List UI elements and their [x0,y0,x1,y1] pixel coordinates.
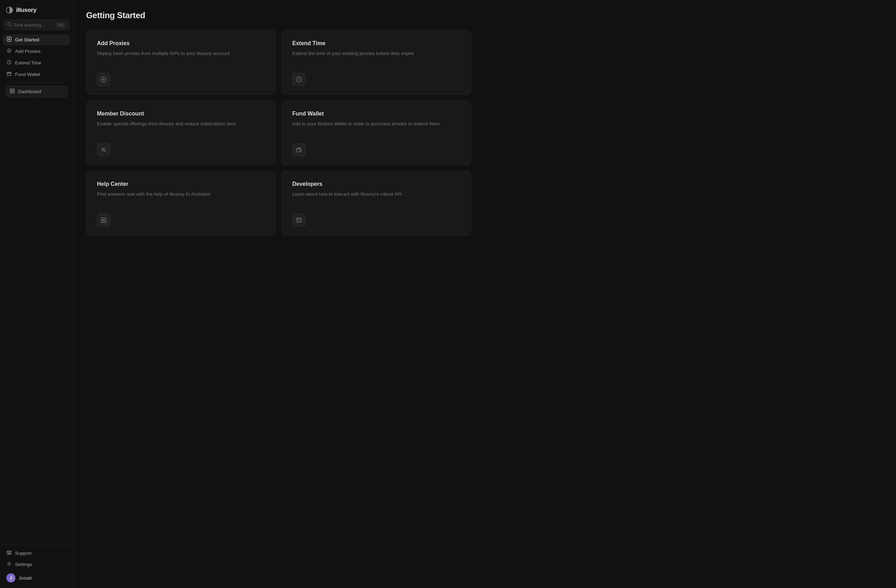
settings-icon [6,561,12,567]
add-proxies-card-icon [97,73,110,86]
search-placeholder: Find anything... [14,23,54,27]
sidebar-item-get-started[interactable]: Get Started [3,34,70,45]
extend-time-card-icon [292,73,306,86]
card-help-center-desc: Find answers now with the help of Illuso… [97,191,265,198]
card-extend-time-desc: Extend the time of your existing proxies… [292,50,460,57]
svg-point-13 [8,563,10,565]
sidebar: illusory Find anything... ⌘K Get Started [0,0,73,588]
card-developers[interactable]: Developers Learn about how to interact w… [281,171,471,236]
sidebar-item-extend-time[interactable]: Extend Time [3,57,70,68]
fund-wallet-nav-label: Fund Wallet [15,72,40,77]
get-started-icon [6,37,12,43]
card-member-discount-title: Member Discount [97,111,265,117]
search-icon [8,22,12,27]
svg-rect-11 [12,91,14,93]
support-label: Support [15,551,32,556]
card-developers-desc: Learn about how to interact with Illusor… [292,191,460,198]
settings-label: Settings [15,562,32,567]
card-add-proxies-title: Add Proxies [97,40,265,47]
avatar: J [6,573,15,582]
sidebar-item-fund-wallet[interactable]: Fund Wallet [3,69,70,80]
svg-point-23 [297,218,298,219]
add-proxies-icon [6,48,12,54]
dashboard-label: Dashboard [18,89,41,94]
card-add-proxies-desc: Deploy fresh proxies from multiple ISPs … [97,50,265,57]
app-logo[interactable]: illusory [0,0,73,18]
card-extend-time-title: Extend Time [292,40,460,47]
user-profile[interactable]: J Josiah [3,571,70,585]
card-developers-title: Developers [292,181,460,187]
extend-time-icon [6,60,12,66]
extend-time-label: Extend Time [15,60,41,66]
card-extend-time[interactable]: Extend Time Extend the time of your exis… [281,30,471,95]
fund-wallet-nav-icon [6,72,12,77]
sidebar-divider [6,82,67,83]
svg-point-24 [298,218,299,219]
app-name: illusory [16,7,37,14]
svg-line-2 [11,25,12,26]
svg-rect-10 [10,91,12,93]
main-content: Getting Started Add Proxies Deploy fresh… [73,0,896,588]
sidebar-item-settings[interactable]: Settings [3,559,70,570]
card-fund-wallet-desc: Add to your Illusory Wallet in order to … [292,120,460,128]
search-shortcut: ⌘K [56,23,66,27]
card-member-discount[interactable]: Member Discount Enable special offerings… [86,101,276,165]
svg-rect-19 [296,148,301,152]
svg-point-17 [104,150,105,152]
help-center-card-icon [97,213,110,227]
username: Josiah [18,576,32,580]
sidebar-nav: Get Started Add Proxies Extend Time [0,34,73,545]
sidebar-item-add-proxies[interactable]: Add Proxies [3,46,70,57]
page-title: Getting Started [86,11,884,20]
card-help-center[interactable]: Help Center Find answers now with the he… [86,171,276,236]
svg-point-20 [300,151,301,151]
svg-rect-8 [10,89,12,91]
sidebar-item-dashboard[interactable]: Dashboard [6,86,67,97]
svg-point-16 [102,148,103,149]
sidebar-bottom: Support Settings J Josiah [0,545,73,588]
get-started-label: Get Started [15,37,39,43]
card-fund-wallet-title: Fund Wallet [292,111,460,117]
sidebar-item-support[interactable]: Support [3,548,70,559]
card-help-center-title: Help Center [97,181,265,187]
dashboard-icon [9,88,15,94]
logo-icon [6,6,13,14]
support-icon [6,550,12,556]
developers-card-icon [292,213,306,227]
fund-wallet-card-icon [292,143,306,157]
cards-grid: Add Proxies Deploy fresh proxies from mu… [86,30,471,236]
search-bar[interactable]: Find anything... ⌘K [3,20,70,30]
card-member-discount-desc: Enable special offerings from Illusory a… [97,120,265,128]
svg-line-18 [102,148,105,152]
svg-rect-9 [12,89,14,91]
card-add-proxies[interactable]: Add Proxies Deploy fresh proxies from mu… [86,30,276,95]
member-discount-card-icon [97,143,110,157]
card-fund-wallet[interactable]: Fund Wallet Add to your Illusory Wallet … [281,101,471,165]
add-proxies-label: Add Proxies [15,49,41,54]
